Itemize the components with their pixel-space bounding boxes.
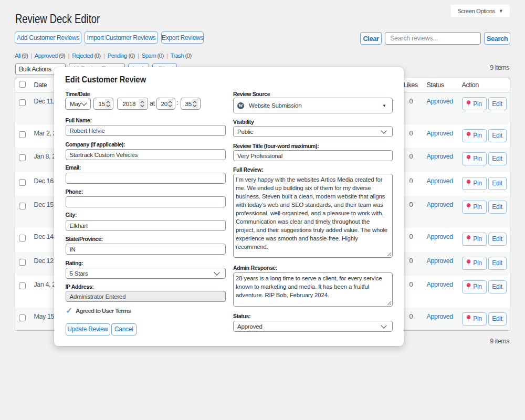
svg-text:W: W <box>238 103 243 108</box>
